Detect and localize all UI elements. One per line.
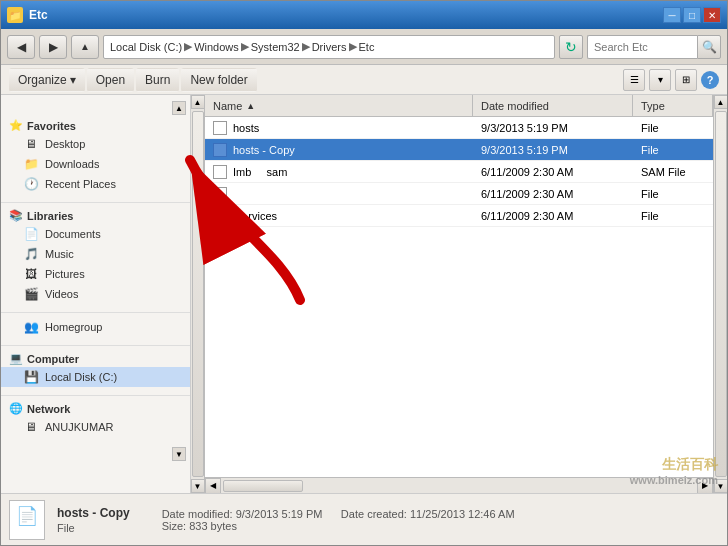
view-button[interactable]: ☰ (623, 69, 645, 91)
address-bar: ◀ ▶ ▲ Local Disk (C:) ▶ Windows ▶ System… (1, 29, 727, 65)
desktop-icon: 🖥 (23, 136, 39, 152)
back-button[interactable]: ◀ (7, 35, 35, 59)
file-name-lmhosts: Imb sam (233, 166, 287, 178)
recent-places-icon: 🕐 (23, 176, 39, 192)
explorer-window: 📁 Etc ─ □ ✕ ◀ ▶ ▲ Local Disk (C:) ▶ Wind… (0, 0, 728, 546)
search-input[interactable] (587, 35, 697, 59)
new-folder-button[interactable]: New folder (181, 68, 256, 92)
hscroll-left[interactable]: ◀ (205, 478, 221, 494)
path-windows[interactable]: Windows (194, 41, 239, 53)
window-title: Etc (29, 8, 48, 22)
sidebar-item-documents[interactable]: 📄 Documents (1, 224, 190, 244)
file-area: Name ▲ Date modified Type (205, 95, 713, 493)
sidebar-homegroup-section: 👥 Homegroup (1, 317, 190, 337)
refresh-button[interactable]: ↻ (559, 35, 583, 59)
burn-button[interactable]: Burn (136, 68, 179, 92)
file-icon-hosts-copy (213, 143, 227, 157)
file-row-networks[interactable]: 6/11/2009 2:30 AM File (205, 183, 713, 205)
search-button[interactable]: 🔍 (697, 35, 721, 59)
help-button[interactable]: ? (701, 71, 719, 89)
open-button[interactable]: Open (87, 68, 134, 92)
sidebar-item-recent-places[interactable]: 🕐 Recent Places (1, 174, 190, 194)
sidebar-item-downloads[interactable]: 📁 Downloads (1, 154, 190, 174)
file-type-networks: File (633, 188, 713, 200)
sidebar-favorites-header[interactable]: ⭐ Favorites (1, 117, 190, 134)
libraries-icon: 📚 (9, 209, 23, 222)
file-type-hosts: File (633, 122, 713, 134)
title-bar: 📁 Etc ─ □ ✕ (1, 1, 727, 29)
sidebar-item-videos[interactable]: 🎬 Videos (1, 284, 190, 304)
path-local-disk[interactable]: Local Disk (C:) (110, 41, 182, 53)
file-date-hosts: 9/3/2013 5:19 PM (473, 122, 633, 134)
sidebar-computer-header[interactable]: 💻 Computer (1, 350, 190, 367)
file-name-hosts: hosts (233, 122, 259, 134)
hscroll-track[interactable] (221, 478, 697, 493)
address-path[interactable]: Local Disk (C:) ▶ Windows ▶ System32 ▶ D… (103, 35, 555, 59)
vscroll-down[interactable]: ▼ (191, 479, 205, 493)
sidebar-libraries-header[interactable]: 📚 Libraries (1, 207, 190, 224)
vscroll-thumb[interactable] (192, 111, 204, 477)
view-dropdown-button[interactable]: ▾ (649, 69, 671, 91)
network-icon: 🌐 (9, 402, 23, 415)
status-bar: 📄 hosts - Copy File Date modified: 9/3/2… (1, 493, 727, 545)
file-icon-services (213, 209, 227, 223)
close-button[interactable]: ✕ (703, 7, 721, 23)
toolbar: Organize ▾ Open Burn New folder ☰ ▾ ⊞ ? (1, 65, 727, 95)
sidebar-item-desktop[interactable]: 🖥 Desktop (1, 134, 190, 154)
music-icon: 🎵 (23, 246, 39, 262)
forward-button[interactable]: ▶ (39, 35, 67, 59)
maximize-button[interactable]: □ (683, 7, 701, 23)
status-info: hosts - Copy File (57, 506, 130, 534)
file-row-lmhosts[interactable]: Imb sam 6/11/2009 2:30 AM SAM File (205, 161, 713, 183)
path-drivers[interactable]: Drivers (312, 41, 347, 53)
sidebar-item-local-disk[interactable]: 💾 Local Disk (C:) (1, 367, 190, 387)
hscroll-thumb[interactable] (223, 480, 303, 492)
file-row-services[interactable]: rvices 6/11/2009 2:30 AM File (205, 205, 713, 227)
status-size: Size: 833 bytes (162, 520, 515, 532)
col-header-date[interactable]: Date modified (473, 95, 633, 116)
path-etc[interactable]: Etc (359, 41, 375, 53)
file-row-hosts[interactable]: hosts 9/3/2013 5:19 PM File (205, 117, 713, 139)
file-vscroll-thumb[interactable] (715, 111, 727, 477)
sidebar-divider-1 (1, 202, 190, 203)
status-filename: hosts - Copy (57, 506, 130, 520)
file-icon-lmhosts (213, 165, 227, 179)
sidebar-scroll-down[interactable]: ▼ (172, 447, 186, 461)
sidebar-item-anujkumar[interactable]: 🖥 ANUJKUMAR (1, 417, 190, 437)
sidebar-scroll-up[interactable]: ▲ (172, 101, 186, 115)
sidebar: ▲ ⭐ Favorites 🖥 Desktop 📁 Downloads (1, 95, 191, 493)
anujkumar-icon: 🖥 (23, 419, 39, 435)
up-button[interactable]: ▲ (71, 35, 99, 59)
file-icon-hosts (213, 121, 227, 135)
title-controls: ─ □ ✕ (663, 7, 721, 23)
sidebar-item-pictures[interactable]: 🖼 Pictures (1, 264, 190, 284)
sidebar-item-music[interactable]: 🎵 Music (1, 244, 190, 264)
sort-arrow: ▲ (246, 101, 255, 111)
sidebar-scrollbar: ▲ ▼ (191, 95, 205, 493)
file-vscroll-up[interactable]: ▲ (714, 95, 728, 109)
file-date-hosts-copy: 9/3/2013 5:19 PM (473, 144, 633, 156)
file-name-services: rvices (233, 210, 277, 222)
status-date-modified: Date modified: 9/3/2013 5:19 PM Date cre… (162, 508, 515, 520)
sidebar-favorites-section: ⭐ Favorites 🖥 Desktop 📁 Downloads 🕐 Rece… (1, 117, 190, 194)
file-vscroll-down[interactable]: ▼ (714, 479, 728, 493)
file-type-lmhosts: SAM File (633, 166, 713, 178)
minimize-button[interactable]: ─ (663, 7, 681, 23)
col-header-name[interactable]: Name ▲ (205, 95, 473, 116)
local-disk-icon: 💾 (23, 369, 39, 385)
preview-pane-button[interactable]: ⊞ (675, 69, 697, 91)
sidebar-item-homegroup[interactable]: 👥 Homegroup (1, 317, 190, 337)
h-scrollbar: ◀ ▶ (205, 477, 713, 493)
col-header-type[interactable]: Type (633, 95, 713, 116)
sidebar-network-header[interactable]: 🌐 Network (1, 400, 190, 417)
status-filetype: File (57, 522, 130, 534)
sidebar-computer-section: 💻 Computer 💾 Local Disk (C:) (1, 350, 190, 387)
computer-icon: 💻 (9, 352, 23, 365)
file-name-hosts-copy: hosts - Copy (233, 144, 295, 156)
path-system32[interactable]: System32 (251, 41, 300, 53)
organize-button[interactable]: Organize ▾ (9, 68, 85, 92)
vscroll-up[interactable]: ▲ (191, 95, 205, 109)
hscroll-right[interactable]: ▶ (697, 478, 713, 494)
file-area-wrapper: ▲ ▼ Name ▲ Date modified (191, 95, 727, 493)
file-row-hosts-copy[interactable]: hosts - Copy 9/3/2013 5:19 PM File (205, 139, 713, 161)
